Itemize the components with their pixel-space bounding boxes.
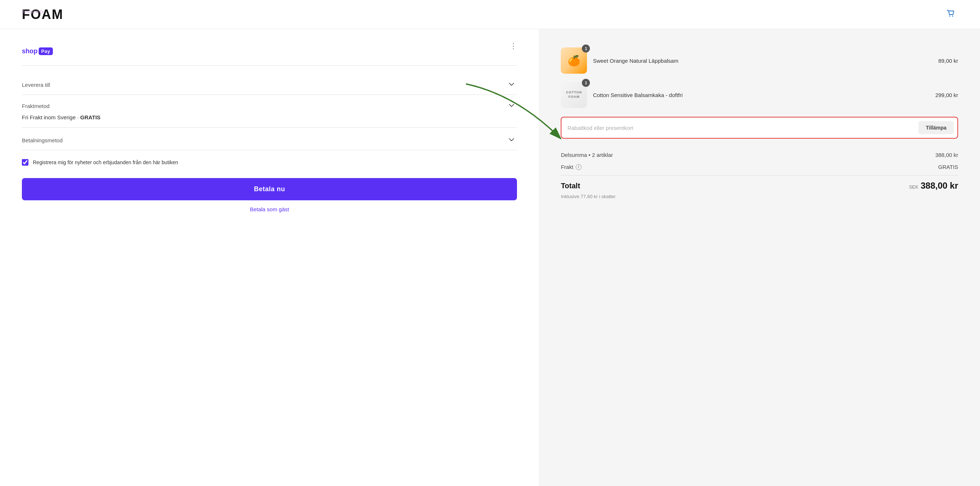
newsletter-checkbox-row: Registrera mig för nyheter och erbjudand…: [22, 150, 517, 169]
newsletter-label[interactable]: Registrera mig för nyheter och erbjudand…: [33, 159, 178, 165]
discount-section: Tillämpa: [561, 117, 958, 139]
svg-point-0: [950, 16, 950, 17]
product-left-1: 🍊 1 Sweet Orange Natural Läppbalsam: [561, 48, 678, 74]
payment-method-label: Betalningsmetod: [22, 137, 63, 143]
shop-pay-badge: shop Pay: [22, 48, 53, 55]
cart-icon: [945, 8, 957, 20]
divider-1: [22, 65, 517, 66]
subtotal-value: 388,00 kr: [935, 152, 958, 158]
shipping-summary-label: Frakt i: [561, 164, 581, 170]
shipping-method-label: Fraktmetod: [22, 103, 49, 109]
logo: designerly FOAM: [22, 7, 64, 22]
cart-button[interactable]: [943, 6, 958, 22]
shipping-method-section: Fraktmetod Fri Frakt inom Sverige · GRAT…: [22, 95, 517, 128]
shipping-text: Fri Frakt inom Sverige ·: [22, 114, 80, 120]
subtotal-row: Delsumma • 2 artiklar 388,00 kr: [561, 149, 958, 161]
chevron-down-icon-3: [508, 136, 515, 144]
product-price-2: 299,00 kr: [935, 92, 958, 98]
pay-now-button[interactable]: Betala nu: [22, 178, 517, 200]
shop-text: shop: [22, 48, 38, 55]
subtotal-label: Delsumma • 2 artiklar: [561, 152, 613, 158]
product-name-1: Sweet Orange Natural Läppbalsam: [593, 57, 678, 64]
product-img-wrap-2: COTTONFOAM 1: [561, 82, 587, 108]
deliver-to-chevron[interactable]: [506, 79, 517, 91]
shipping-label-text: Frakt: [561, 164, 573, 170]
apply-button[interactable]: Tillämpa: [918, 121, 954, 134]
product-img-wrap-1: 🍊 1: [561, 48, 587, 74]
tax-note: Inklusive 77,60 kr i skatter: [561, 194, 958, 199]
product-badge-1: 1: [582, 45, 590, 53]
right-panel: 🍊 1 Sweet Orange Natural Läppbalsam 89,0…: [539, 29, 980, 486]
shipping-gratis: GRATIS: [80, 114, 100, 120]
shipping-value: Fri Frakt inom Sverige · GRATIS: [22, 114, 100, 120]
product-item-2: COTTONFOAM 1 Cotton Sensitive Balsamkaka…: [561, 82, 958, 108]
shop-pay-section: shop Pay ⋮: [22, 48, 517, 55]
shipping-info-icon[interactable]: i: [576, 164, 582, 170]
header: designerly FOAM: [0, 0, 980, 29]
svg-point-1: [952, 16, 953, 17]
left-panel: shop Pay ⋮ Leverera till Fraktmetod: [0, 29, 539, 486]
shipping-summary-value: GRATIS: [938, 164, 958, 170]
total-row: Totalt SEK 388,00 kr: [561, 175, 958, 192]
payment-method-section: Betalningsmetod: [22, 128, 517, 150]
total-label: Totalt: [561, 182, 580, 190]
shipping-method-chevron[interactable]: [506, 100, 517, 112]
newsletter-checkbox[interactable]: [22, 159, 29, 166]
main-layout: shop Pay ⋮ Leverera till Fraktmetod: [0, 29, 980, 486]
shipping-row: Frakt i GRATIS: [561, 161, 958, 173]
product-price-1: 89,00 kr: [939, 57, 958, 64]
logo-sub: designerly: [22, 9, 44, 13]
total-currency: SEK: [909, 184, 918, 190]
three-dots-button[interactable]: ⋮: [510, 41, 517, 50]
payment-method-chevron[interactable]: [506, 134, 517, 146]
pay-guest-button[interactable]: Betala som gäst: [22, 200, 517, 218]
pay-badge: Pay: [39, 48, 53, 55]
product-left-2: COTTONFOAM 1 Cotton Sensitive Balsamkaka…: [561, 82, 682, 108]
chevron-down-icon: [508, 80, 515, 88]
total-right: SEK 388,00 kr: [909, 181, 958, 191]
product-badge-2: 1: [582, 79, 590, 87]
product-item-1: 🍊 1 Sweet Orange Natural Läppbalsam 89,0…: [561, 48, 958, 74]
product-name-2: Cotton Sensitive Balsamkaka - doftfri: [593, 92, 682, 98]
chevron-down-icon-2: [508, 102, 515, 110]
total-amount: 388,00 kr: [921, 181, 958, 191]
deliver-to-section: Leverera till: [22, 72, 517, 95]
discount-input[interactable]: [565, 121, 914, 134]
deliver-to-label: Leverera till: [22, 82, 50, 88]
